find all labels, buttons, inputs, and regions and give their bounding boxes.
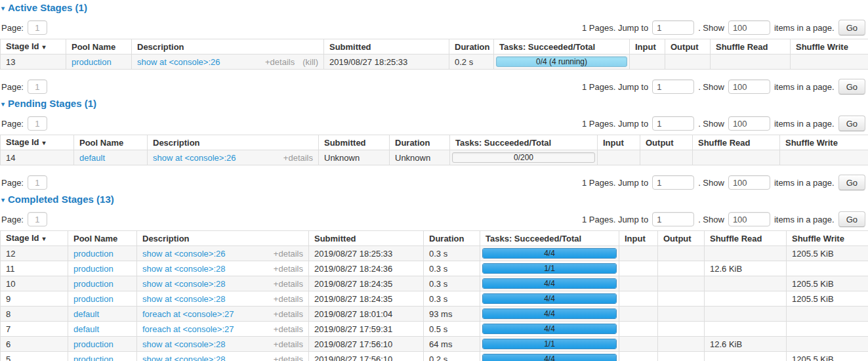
column-header-tasks-succeeded-total[interactable]: Tasks: Succeeded/Total: [480, 231, 619, 246]
page-number-input[interactable]: [28, 116, 47, 131]
pool-name-link[interactable]: production: [73, 294, 114, 304]
column-header-shuffle-write[interactable]: Shuffle Write: [791, 39, 868, 54]
details-link[interactable]: +details: [274, 339, 303, 349]
description-link[interactable]: show at <console>:28: [142, 339, 225, 349]
column-header-shuffle-read[interactable]: Shuffle Read: [711, 39, 791, 54]
column-header-label: Description: [137, 42, 184, 52]
column-header-label: Shuffle Write: [785, 138, 838, 148]
pool-name-link[interactable]: production: [72, 57, 112, 67]
description-link[interactable]: show at <console>:26: [137, 57, 220, 67]
go-button[interactable]: Go: [838, 116, 865, 131]
column-header-duration[interactable]: Duration: [424, 231, 480, 246]
column-header-input[interactable]: Input: [598, 135, 640, 150]
page-size-input[interactable]: [728, 20, 770, 35]
details-link[interactable]: +details: [283, 153, 313, 163]
column-header-duration[interactable]: Duration: [449, 39, 494, 54]
details-link[interactable]: +details: [274, 294, 303, 304]
section-toggle-completed-stages[interactable]: ▾Completed Stages (13): [1, 194, 868, 205]
column-header-input[interactable]: Input: [630, 39, 665, 54]
section-toggle-pending-stages[interactable]: ▾Pending Stages (1): [1, 98, 868, 109]
column-header-description[interactable]: Description: [137, 231, 309, 246]
column-header-shuffle-write[interactable]: Shuffle Write: [780, 135, 868, 150]
pool-name-link[interactable]: production: [73, 249, 114, 259]
go-button[interactable]: Go: [838, 175, 865, 190]
page-size-input[interactable]: [728, 116, 770, 131]
details-link[interactable]: +details: [274, 309, 303, 319]
shuffle-read-cell: [705, 276, 787, 291]
jump-to-page-input[interactable]: [652, 175, 694, 190]
description-link[interactable]: show at <console>:28: [142, 279, 225, 289]
column-header-stage-id[interactable]: Stage Id▾: [1, 231, 68, 246]
description-cell: show at <console>:28+details: [137, 276, 309, 291]
table-row: 13productionshow at <console>:26+details…: [1, 54, 868, 70]
jump-to-page-input[interactable]: [652, 116, 694, 131]
jump-to-page-input[interactable]: [652, 212, 694, 226]
go-button[interactable]: Go: [838, 211, 865, 227]
details-link[interactable]: +details: [274, 279, 303, 289]
go-button[interactable]: Go: [838, 20, 865, 35]
pool-name-link[interactable]: default: [73, 324, 99, 334]
column-header-output[interactable]: Output: [665, 39, 711, 54]
shuffle-write-cell: 1205.5 KiB: [787, 291, 868, 307]
description-link[interactable]: foreach at <console>:27: [142, 309, 234, 319]
table-row: 10productionshow at <console>:28+details…: [1, 276, 868, 291]
stage-id-cell: 5: [1, 352, 68, 361]
page-jump-controls: 1 Pages. Jump to. Showitems in a page.Go: [582, 116, 865, 131]
page-size-input[interactable]: [728, 175, 770, 190]
details-link[interactable]: +details: [274, 264, 303, 274]
output-cell: [640, 150, 693, 165]
go-button[interactable]: Go: [838, 79, 865, 95]
column-header-submitted[interactable]: Submitted: [319, 135, 390, 150]
column-header-shuffle-write[interactable]: Shuffle Write: [787, 231, 868, 246]
column-header-description[interactable]: Description: [132, 39, 324, 54]
details-link[interactable]: +details: [265, 57, 295, 67]
column-header-pool-name[interactable]: Pool Name: [74, 135, 148, 150]
column-header-duration[interactable]: Duration: [390, 135, 450, 150]
pool-name-link[interactable]: production: [73, 279, 114, 289]
column-header-stage-id[interactable]: Stage Id▾: [1, 135, 74, 150]
description-link[interactable]: show at <console>:26: [153, 153, 236, 163]
page-number-input[interactable]: [28, 20, 47, 35]
page-size-input[interactable]: [728, 212, 770, 226]
description-link[interactable]: show at <console>:28: [142, 294, 225, 304]
kill-link[interactable]: (kill): [302, 57, 318, 67]
page-number-input[interactable]: [28, 79, 47, 94]
description-link[interactable]: show at <console>:28: [142, 264, 225, 274]
description-cell: show at <console>:26+details: [148, 150, 319, 165]
shuffle-write-cell: 1205.5 KiB: [787, 352, 868, 361]
page-size-input[interactable]: [728, 79, 770, 94]
column-header-pool-name[interactable]: Pool Name: [68, 231, 137, 246]
column-header-tasks-succeeded-total[interactable]: Tasks: Succeeded/Total: [494, 39, 630, 54]
details-link[interactable]: +details: [274, 324, 303, 334]
pool-name-link[interactable]: default: [73, 309, 99, 319]
pool-name-link[interactable]: default: [79, 153, 105, 163]
items-per-page-label: items in a page.: [774, 215, 835, 224]
page-number-input[interactable]: [28, 212, 47, 226]
pool-name-link[interactable]: production: [73, 264, 114, 274]
description-link[interactable]: foreach at <console>:27: [142, 324, 234, 334]
column-header-shuffle-read[interactable]: Shuffle Read: [705, 231, 787, 246]
section-toggle-active-stages[interactable]: ▾Active Stages (1): [1, 2, 868, 13]
jump-to-page-input[interactable]: [652, 79, 694, 94]
column-header-pool-name[interactable]: Pool Name: [66, 39, 132, 54]
details-link[interactable]: +details: [274, 354, 303, 361]
column-header-stage-id[interactable]: Stage Id▾: [1, 39, 66, 54]
description-link[interactable]: show at <console>:28: [142, 354, 225, 361]
column-header-input[interactable]: Input: [619, 231, 658, 246]
shuffle-write-cell: [787, 307, 868, 322]
description-link[interactable]: show at <console>:26: [142, 249, 225, 259]
column-header-output[interactable]: Output: [658, 231, 705, 246]
column-header-shuffle-read[interactable]: Shuffle Read: [693, 135, 780, 150]
task-progress-bar: 4/4: [482, 278, 617, 289]
pool-name-link[interactable]: production: [73, 339, 114, 349]
table-row: 7defaultforeach at <console>:27+details2…: [1, 322, 868, 337]
details-link[interactable]: +details: [274, 249, 303, 259]
column-header-output[interactable]: Output: [640, 135, 693, 150]
pool-name-link[interactable]: production: [73, 354, 114, 361]
column-header-description[interactable]: Description: [148, 135, 319, 150]
column-header-submitted[interactable]: Submitted: [309, 231, 424, 246]
page-number-input[interactable]: [28, 175, 47, 190]
column-header-tasks-succeeded-total[interactable]: Tasks: Succeeded/Total: [450, 135, 598, 150]
jump-to-page-input[interactable]: [652, 20, 694, 35]
column-header-submitted[interactable]: Submitted: [324, 39, 449, 54]
